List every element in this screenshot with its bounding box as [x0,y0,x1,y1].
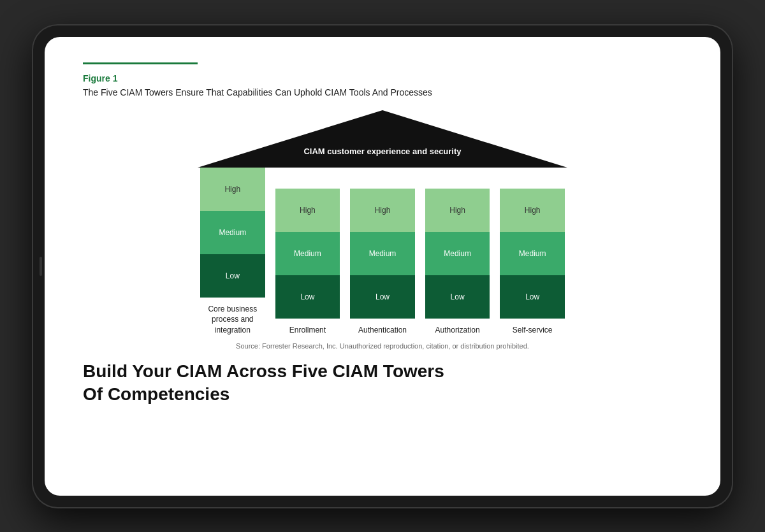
bar-4-medium: Medium [425,232,490,275]
bar-4-medium-label: Medium [444,249,471,258]
columns-area: High Medium Low Core businessprocess and… [198,168,567,336]
bar-5-medium: Medium [500,232,565,275]
bar-2-low: Low [275,275,340,319]
column-2: High Medium Low Enrollment [275,189,340,336]
column-3: High Medium Low Authentication [350,189,415,336]
col-5-label: Self-service [513,325,553,336]
bar-3-high: High [350,189,415,232]
figure-label: Figure 1 [83,73,682,83]
bar-3-medium: Medium [350,232,415,275]
tablet-frame: Figure 1 The Five CIAM Towers Ensure Tha… [32,24,733,508]
bar-3-low-label: Low [375,292,390,301]
bottom-heading: Build Your CIAM Across Five CIAM TowersO… [83,360,682,406]
source-text: Source: Forrester Research, Inc. Unautho… [83,342,682,350]
bar-2-high-label: High [300,206,316,215]
roof-label: CIAM customer experience and security [198,147,567,156]
bar-5-low-label: Low [525,292,539,301]
bar-5-low: Low [500,275,565,319]
bar-5-high: High [500,189,565,232]
bar-4-low: Low [425,275,490,319]
column-5: High Medium Low Self-service [500,189,565,336]
figure-title: The Five CIAM Towers Ensure That Capabil… [83,87,682,97]
chart-container: CIAM customer experience and security Hi… [83,110,682,336]
bar-2-high: High [275,189,340,232]
bar-2: High Medium Low [275,189,340,319]
bar-5-high-label: High [525,206,541,215]
col-1-label: Core businessprocess andintegration [208,304,257,336]
bar-2-medium: Medium [275,232,340,275]
screen: Figure 1 The Five CIAM Towers Ensure Tha… [45,37,720,496]
bar-2-low-label: Low [300,292,314,301]
bar-4-high: High [425,189,490,232]
column-1: High Medium Low Core businessprocess and… [200,168,265,336]
bar-1-high: High [200,168,265,211]
bar-2-medium-label: Medium [294,249,321,258]
bar-3-medium-label: Medium [369,249,397,258]
bar-3: High Medium Low [350,189,415,319]
bar-3-high-label: High [375,206,391,215]
bar-1-low-label: Low [226,271,240,280]
roof-triangle [198,110,567,168]
bar-4: High Medium Low [425,189,490,319]
col-3-label: Authentication [358,325,407,336]
bar-1-low: Low [200,254,265,298]
bar-4-low-label: Low [451,292,465,301]
bar-1-high-label: High [224,185,240,194]
roof-wrapper: CIAM customer experience and security [198,110,567,168]
bar-1-medium-label: Medium [219,228,246,237]
col-2-label: Enrollment [289,325,326,336]
bar-1-medium: Medium [200,211,265,254]
bar-5-medium-label: Medium [519,249,546,258]
bar-5: High Medium Low [500,189,565,319]
bar-4-high-label: High [449,206,465,215]
column-4: High Medium Low Authorization [425,189,490,336]
bar-1: High Medium Low [200,168,265,298]
bar-3-low: Low [350,275,415,319]
col-4-label: Authorization [435,325,480,336]
decorative-line [83,62,198,64]
